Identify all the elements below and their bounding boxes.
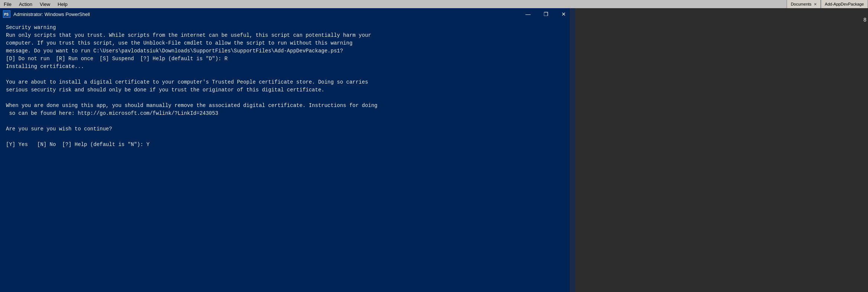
tab-appdevpackage[interactable]: Add-AppDevPackage	[821, 0, 868, 8]
window-controls: — ❐ ✕	[519, 8, 572, 20]
scrollbar[interactable]	[569, 8, 575, 292]
window-title: Administrator: Windows PowerShell	[13, 12, 516, 17]
right-panel: 8	[575, 8, 868, 292]
svg-text:PS: PS	[4, 13, 9, 17]
tab-documents[interactable]: Documents ✕	[787, 0, 821, 8]
taskbar: File Action View Help Documents ✕ Add-Ap…	[0, 0, 868, 8]
restore-button[interactable]: ❐	[537, 8, 554, 20]
menu-action[interactable]: Action	[19, 1, 32, 7]
powershell-icon: PS	[3, 10, 10, 18]
menu-help[interactable]: Help	[58, 1, 68, 7]
taskbar-tabs: Documents ✕ Add-AppDevPackage	[787, 0, 868, 8]
minimize-button[interactable]: —	[519, 8, 537, 20]
window-titlebar: PS Administrator: Windows PowerShell — ❐…	[0, 8, 575, 20]
tab-appdevpackage-label: Add-AppDevPackage	[825, 2, 864, 6]
tab-documents-close[interactable]: ✕	[814, 2, 817, 6]
menu-view[interactable]: View	[40, 1, 50, 7]
powershell-window: PS Administrator: Windows PowerShell — ❐…	[0, 8, 575, 292]
tab-documents-label: Documents	[791, 2, 812, 6]
menu-file[interactable]: File	[4, 1, 12, 7]
side-number: 8	[862, 16, 868, 24]
terminal-content[interactable]: Security warning Run only scripts that y…	[0, 20, 575, 292]
